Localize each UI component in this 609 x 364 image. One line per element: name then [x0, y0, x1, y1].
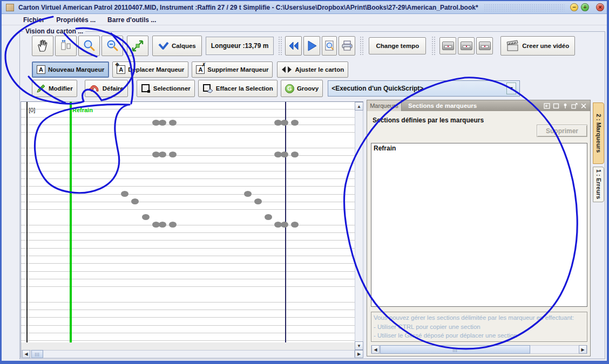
panel-scroll-left-button[interactable]: ◀ — [371, 345, 380, 354]
app-icon — [6, 4, 14, 11]
effacer-selection-button[interactable]: Effacer la Selection — [198, 80, 278, 97]
play-button[interactable] — [303, 36, 320, 56]
close-panel-icon[interactable] — [580, 103, 587, 109]
note-dot[interactable] — [169, 120, 177, 126]
canvas-bottom-strip — [21, 342, 355, 350]
note-dot[interactable] — [159, 152, 166, 157]
horizontal-scrollbar-thumb[interactable]: ||| — [31, 350, 43, 358]
scroll-down-button[interactable]: ▼ — [355, 341, 363, 350]
vertical-scrollbar-track[interactable] — [355, 102, 363, 350]
note-dot[interactable] — [131, 198, 139, 204]
refrain-marker-label: Refrain — [72, 107, 93, 113]
modifier-label: Modifier — [49, 85, 73, 92]
menu-barre-outils[interactable]: Barre d'outils ... — [107, 16, 156, 24]
close-button[interactable]: × — [596, 3, 604, 11]
note-dot[interactable] — [169, 222, 177, 228]
scroll-right-button[interactable]: ▶ — [355, 350, 363, 358]
supprimer-button[interactable]: Supprimer — [537, 125, 587, 137]
marker-a-icon: A — [37, 65, 45, 74]
combo-dropdown-arrow[interactable]: ▼ — [506, 83, 516, 94]
panel-scrollbar-thumb[interactable]: ||| — [380, 345, 530, 354]
hand-icon — [37, 39, 49, 52]
rewind-button[interactable] — [285, 36, 302, 56]
carton-canvas[interactable]: [0] Refrain — [21, 102, 355, 342]
nouveau-marqueur-button[interactable]: A Nouveau Marqueur — [32, 61, 109, 78]
eraser-icon — [202, 84, 213, 93]
note-dot[interactable] — [291, 120, 299, 126]
note-dot[interactable] — [265, 214, 272, 220]
pin-icon[interactable] — [562, 103, 569, 109]
fit-view-button[interactable] — [127, 36, 148, 56]
nouveau-marqueur-label: Nouveau Marqueur — [48, 66, 104, 73]
panel-scroll-right-button[interactable]: ▶ — [579, 345, 587, 354]
supprimer-marqueur-button[interactable]: A✗ Supprimer Marqueur — [192, 61, 273, 78]
side-tab-marqueurs[interactable]: 2 : Marqueurs — [593, 102, 604, 164]
note-dot[interactable] — [121, 191, 128, 197]
maximize-icon: + — [583, 4, 586, 10]
title-bar[interactable]: Carton Virtuel American Patrol 20110407.… — [2, 1, 607, 14]
note-dot[interactable] — [281, 120, 288, 126]
creer-video-button[interactable]: Creer une vidéo — [500, 36, 575, 56]
tape-button-2[interactable] — [458, 37, 475, 54]
preview-icon — [324, 40, 335, 51]
ajuster-carton-button[interactable]: Ajuster le carton — [277, 61, 348, 78]
origin-label: [0] — [29, 107, 35, 113]
selectionner-button[interactable]: Selectionner — [137, 80, 195, 97]
zoom-in-button[interactable] — [78, 36, 100, 56]
horizontal-scrollbar-track[interactable] — [21, 350, 355, 358]
note-dot[interactable] — [244, 191, 252, 197]
zoom-out-button[interactable] — [102, 36, 123, 56]
toolbar-row-3: Modifier Défaire Selectionner Effacer la… — [32, 80, 520, 97]
float-window-icon[interactable] — [571, 103, 578, 109]
note-dot[interactable] — [169, 152, 177, 157]
quickscript-combobox[interactable]: <Execution d'un QuickScript> ▼ — [328, 80, 520, 97]
print-button[interactable] — [339, 36, 355, 56]
effacer-selection-label: Effacer la Selection — [216, 85, 273, 92]
section-list-item[interactable]: Refrain — [371, 143, 587, 153]
tab-sections-de-marqueurs[interactable]: Sections de marqueurs — [408, 102, 477, 109]
calques-label: Calques — [172, 43, 196, 49]
calques-button[interactable]: Calques — [152, 36, 202, 56]
refrain-marker-line[interactable] — [70, 102, 72, 342]
note-dot[interactable] — [159, 120, 166, 126]
note-dot[interactable] — [254, 198, 262, 204]
groovy-icon: G — [285, 84, 294, 93]
note-dot[interactable] — [281, 152, 288, 157]
maximize-button[interactable]: + — [581, 3, 589, 11]
note-dot[interactable] — [159, 222, 166, 228]
dock-left-icon[interactable] — [544, 103, 550, 109]
side-tab-erreurs[interactable]: 1 : Erreurs — [593, 167, 604, 202]
preview-button[interactable] — [322, 36, 337, 56]
groovy-button[interactable]: G Groovy — [281, 80, 323, 97]
minimize-button[interactable]: − — [570, 3, 578, 11]
minimize-icon: − — [572, 4, 576, 10]
pan-hand-button[interactable] — [32, 36, 53, 56]
modifier-button[interactable]: Modifier — [32, 80, 77, 97]
tape-button-3[interactable] — [476, 37, 493, 54]
selectionner-label: Selectionner — [153, 85, 191, 92]
menu-fichier[interactable]: Fichier — [23, 16, 44, 24]
marker-a-move-icon: A✥ — [117, 65, 125, 74]
defaire-button[interactable]: Défaire — [85, 80, 128, 97]
window-title: Carton Virtuel American Patrol 20110407.… — [18, 4, 478, 11]
note-dot[interactable] — [142, 214, 150, 220]
change-tempo-button[interactable]: Change tempo — [369, 37, 426, 54]
printer-icon — [341, 40, 353, 51]
deplacer-marqueur-button[interactable]: A✥ Deplacer Marqueur — [112, 61, 188, 78]
tape-button-1[interactable] — [439, 37, 456, 54]
book-pages-button[interactable] — [55, 36, 77, 56]
menu-proprietes[interactable]: Propriétés ... — [56, 16, 96, 24]
app-window: Carton Virtuel American Patrol 20110407.… — [0, 0, 609, 364]
quickscript-value: <Execution d'un QuickScript> — [331, 85, 423, 92]
scroll-up-button[interactable]: ▲ — [355, 102, 363, 111]
sections-list[interactable]: Refrain — [371, 143, 587, 307]
note-dot[interactable] — [291, 152, 299, 157]
scroll-left-button[interactable]: ◀ — [22, 350, 30, 358]
note-dot[interactable] — [291, 222, 299, 228]
pages-resize-icon — [59, 39, 72, 52]
defaire-label: Défaire — [103, 85, 124, 92]
tab-marqueurs[interactable]: Marqueurs — [367, 100, 402, 111]
note-dot[interactable] — [281, 222, 288, 228]
restore-window-icon[interactable] — [553, 103, 559, 109]
marker-a-delete-icon: A✗ — [196, 65, 205, 74]
